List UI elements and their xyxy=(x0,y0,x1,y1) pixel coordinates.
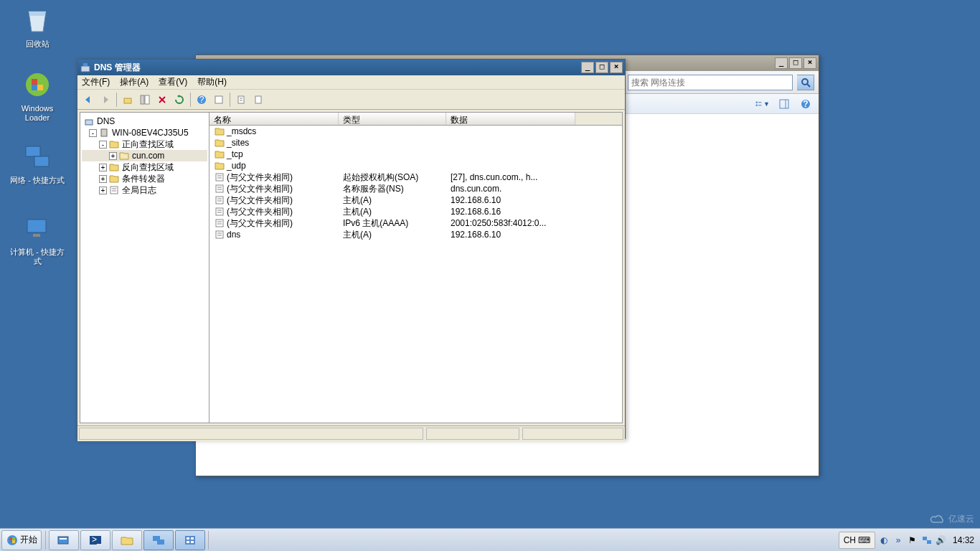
menu-help[interactable]: 帮助(H) xyxy=(197,76,227,88)
new-button[interactable] xyxy=(250,92,266,108)
preview-pane-icon[interactable] xyxy=(777,97,791,111)
task-explorer[interactable] xyxy=(112,530,142,550)
delete-button[interactable] xyxy=(154,92,170,108)
help-icon[interactable]: ? xyxy=(798,97,813,111)
refresh-button[interactable] xyxy=(171,92,187,108)
volume-icon[interactable]: 🔊 xyxy=(936,534,947,546)
chevron-down-icon: ▼ xyxy=(763,100,770,108)
toolbar: ? xyxy=(77,90,625,110)
svg-text:?: ? xyxy=(803,99,808,109)
svg-rect-2 xyxy=(34,156,49,166)
minimize-button[interactable]: _ xyxy=(775,57,788,69)
record-data: 192.168.6.10 xyxy=(446,230,590,240)
record-name: dns xyxy=(227,230,240,240)
clock[interactable]: 14:32 xyxy=(950,536,977,545)
ime-icon[interactable]: ⌨ xyxy=(859,534,870,546)
forward-button[interactable] xyxy=(98,92,113,108)
col-type[interactable]: 类型 xyxy=(339,113,446,125)
close-button[interactable]: × xyxy=(804,57,816,69)
language-indicator[interactable]: CH ⌨ xyxy=(839,532,875,549)
tree-server[interactable]: - WIN-08EV4CJ35U5 xyxy=(82,127,207,138)
task-network[interactable] xyxy=(143,530,174,550)
svg-rect-60 xyxy=(187,537,189,540)
tree-zone-cun-com[interactable]: + cun.com xyxy=(82,150,207,161)
expand-icon[interactable]: + xyxy=(99,175,107,183)
network-tray-icon[interactable] xyxy=(921,534,933,546)
tree-global-logs[interactable]: + 全局日志 xyxy=(82,184,207,196)
dns-manager-window: DNS 管理器 _ □ × 文件(F) 操作(A) 查看(V) 帮助(H) ? xyxy=(77,59,626,439)
list-item-folder[interactable]: _sites xyxy=(209,137,622,149)
svg-rect-53 xyxy=(58,537,68,544)
tree-pane[interactable]: DNS - WIN-08EV4CJ35U5 - 正向查找区域 + cun.com… xyxy=(80,113,209,423)
maximize-button[interactable]: □ xyxy=(595,62,608,73)
up-button[interactable] xyxy=(120,92,136,108)
tree-root-dns[interactable]: DNS xyxy=(82,116,207,127)
list-item-record[interactable]: (与父文件夹相同)主机(A)192.168.6.10 xyxy=(209,194,622,206)
record-type: 主机(A) xyxy=(339,206,446,218)
tree-forward-zones[interactable]: - 正向查找区域 xyxy=(82,138,207,150)
record-data: 192.168.6.10 xyxy=(446,195,590,205)
start-button[interactable]: 开始 xyxy=(1,530,42,550)
search-box[interactable] xyxy=(628,75,793,90)
help-button[interactable]: ? xyxy=(194,92,209,108)
collapse-icon[interactable]: - xyxy=(99,141,107,149)
action-center-icon[interactable]: ◐ xyxy=(878,534,890,546)
list-item-record[interactable]: (与父文件夹相同)主机(A)192.168.6.16 xyxy=(209,206,622,217)
folder-name: _udp xyxy=(227,161,246,171)
expand-icon[interactable]: + xyxy=(99,187,107,194)
list-item-folder[interactable]: _udp xyxy=(209,160,622,171)
folder-icon xyxy=(108,139,120,149)
expand-icon[interactable]: + xyxy=(109,152,117,160)
svg-rect-24 xyxy=(215,96,222,103)
menu-action[interactable]: 操作(A) xyxy=(120,76,149,88)
view-icon[interactable]: ▼ xyxy=(755,97,770,111)
list-item-record[interactable]: (与父文件夹相同)起始授权机构(SOA)[27], dns.cun.com., … xyxy=(209,171,622,183)
recycle-bin-label: 回收站 xyxy=(10,39,65,49)
svg-rect-46 xyxy=(216,220,223,227)
svg-rect-34 xyxy=(216,174,223,181)
tree-conditional-forwarders[interactable]: + 条件转发器 xyxy=(82,173,207,184)
svg-rect-19 xyxy=(145,95,149,104)
search-button[interactable] xyxy=(797,75,814,90)
show-hide-button[interactable] xyxy=(137,92,153,108)
desktop-icon-computer[interactable]: 计算机 - 快捷方式 xyxy=(10,214,65,266)
desktop-icon-network[interactable]: 网络 - 快捷方式 xyxy=(10,142,65,185)
back-button[interactable] xyxy=(80,92,96,108)
task-dns-manager[interactable] xyxy=(175,530,205,550)
collapse-icon[interactable]: - xyxy=(89,129,97,137)
menu-file[interactable]: 文件(F) xyxy=(82,76,110,88)
list-item-record[interactable]: (与父文件夹相同)名称服务器(NS)dns.cun.com. xyxy=(209,183,622,194)
statusbar xyxy=(77,425,625,441)
log-icon xyxy=(108,185,120,195)
desktop-icon-recycle-bin[interactable]: 回收站 xyxy=(10,6,65,49)
list-item-record[interactable]: dns主机(A)192.168.6.10 xyxy=(209,229,622,240)
list-item-folder[interactable]: _msdcs xyxy=(209,126,622,137)
svg-text:?: ? xyxy=(199,95,204,105)
filter-button[interactable] xyxy=(233,92,249,108)
folder-icon xyxy=(214,161,225,171)
minimize-button[interactable]: _ xyxy=(581,62,594,73)
task-server-manager[interactable] xyxy=(49,530,79,550)
record-icon xyxy=(214,184,225,194)
record-icon xyxy=(214,230,225,240)
tree-reverse-zones[interactable]: + 反向查找区域 xyxy=(82,161,207,173)
menu-view[interactable]: 查看(V) xyxy=(159,76,187,88)
close-button[interactable]: × xyxy=(610,62,623,73)
svg-rect-40 xyxy=(216,197,223,204)
properties-button[interactable] xyxy=(211,92,227,108)
dns-title: DNS 管理器 xyxy=(94,62,581,74)
col-name[interactable]: 名称 xyxy=(209,113,339,125)
tree-forward-label: 正向查找区域 xyxy=(122,138,174,151)
svg-rect-8 xyxy=(758,102,762,103)
list-item-record[interactable]: (与父文件夹相同)IPv6 主机(AAAA)2001:0250:583f:401… xyxy=(209,217,622,229)
task-powershell[interactable]: >_ xyxy=(80,530,110,550)
dns-titlebar[interactable]: DNS 管理器 _ □ × xyxy=(77,60,625,75)
list-item-folder[interactable]: _tcp xyxy=(209,149,622,160)
desktop-icon-windows-loader[interactable]: Windows Loader xyxy=(10,70,65,123)
expand-icon[interactable]: + xyxy=(99,164,107,171)
tray-flag-icon[interactable]: ⚑ xyxy=(907,534,918,546)
maximize-button[interactable]: □ xyxy=(789,57,802,69)
col-data[interactable]: 数据 xyxy=(446,113,575,125)
search-input[interactable] xyxy=(628,77,792,88)
tray-chevron-icon[interactable]: » xyxy=(892,534,904,546)
